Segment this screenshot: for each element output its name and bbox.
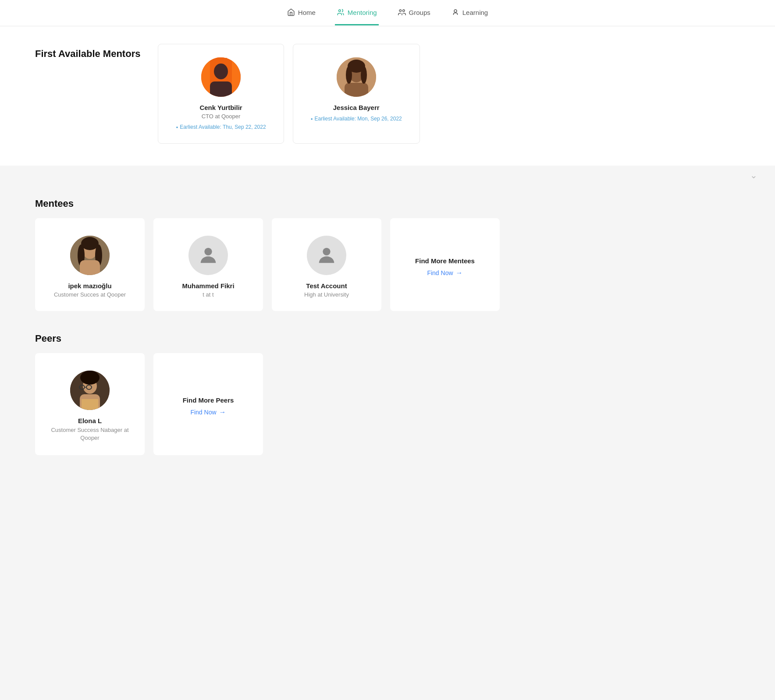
svg-point-13 [361, 66, 367, 84]
mentee-card-test[interactable]: Test Account High at University [272, 218, 381, 311]
arrow-right-peers-icon: → [219, 408, 226, 416]
find-more-mentees-title: Find More Mentees [415, 257, 475, 265]
peer-elona-role: Customer Success Nabager at Qooper [48, 426, 132, 442]
nav-learning[interactable]: Learning [450, 0, 490, 25]
svg-rect-7 [210, 81, 232, 97]
peer-avatar-elona [70, 371, 110, 410]
peer-elona-name: Elona L [48, 417, 132, 424]
find-more-peers-link[interactable]: Find Now → [190, 408, 226, 416]
find-now-peers-label: Find Now [190, 409, 216, 416]
peer-cards-container: Elona L Customer Success Nabager at Qoop… [35, 353, 740, 455]
mentor-avatar-jessica [337, 57, 376, 97]
mentee-cards-container: ipek mazıoğlu Customer Succes at Qooper … [35, 218, 740, 311]
nav-mentoring[interactable]: Mentoring [335, 0, 379, 25]
ipek-avatar-svg [70, 236, 110, 275]
mentee-avatar-muhammed [188, 236, 228, 275]
mentee-test-name: Test Account [285, 282, 368, 290]
svg-rect-10 [345, 83, 368, 97]
svg-rect-19 [80, 260, 100, 275]
svg-point-6 [214, 64, 228, 79]
mentor-avatar-cenk [201, 57, 241, 97]
svg-point-24 [80, 371, 100, 385]
nav-groups-label: Groups [409, 9, 430, 16]
find-more-peers-card[interactable]: Find More Peers Find Now → [153, 353, 263, 455]
peers-section: Peers Elona L Customer Success N [0, 329, 775, 481]
mentor-jessica-name: Jessica Bayerr [311, 104, 402, 111]
mentee-card-muhammed[interactable]: Muhammed Fikri t at t [153, 218, 263, 311]
person-placeholder-icon-2 [315, 244, 338, 267]
mentee-avatar-ipek [70, 236, 110, 275]
elona-avatar-svg [70, 371, 110, 410]
svg-point-12 [346, 66, 352, 84]
find-now-mentees-label: Find Now [427, 269, 453, 276]
mentors-section-title: First Available Mentors [35, 44, 140, 60]
svg-point-1 [402, 10, 405, 12]
mentees-section: Mentees ipek mazıoğlu Customer Succes at… [0, 185, 775, 329]
mentee-muhammed-name: Muhammed Fikri [167, 282, 250, 290]
svg-rect-29 [82, 399, 98, 410]
mentor-card-jessica[interactable]: Jessica Bayerr Earliest Available: Mon, … [293, 44, 420, 144]
mentee-test-role: High at University [285, 291, 368, 298]
mentee-ipek-role: Customer Succes at Qooper [48, 291, 132, 298]
mentoring-icon [337, 8, 345, 16]
chevron-down-icon: ⌄ [750, 170, 757, 180]
nav-home-label: Home [298, 9, 316, 16]
peer-card-elona[interactable]: Elona L Customer Success Nabager at Qoop… [35, 353, 145, 455]
svg-point-20 [204, 248, 212, 255]
person-placeholder-icon [197, 244, 220, 267]
mentee-avatar-test [307, 236, 346, 275]
svg-point-21 [323, 248, 330, 255]
mentor-jessica-availability: Earliest Available: Mon, Sep 26, 2022 [311, 116, 402, 122]
nav-groups[interactable]: Groups [396, 0, 432, 25]
mentees-section-title: Mentees [35, 198, 740, 209]
peers-section-title: Peers [35, 333, 740, 344]
mentor-cenk-role: CTO at Qooper [176, 113, 266, 120]
svg-point-2 [399, 10, 402, 12]
learning-icon [451, 8, 459, 16]
mentee-ipek-name: ipek mazıoğlu [48, 282, 132, 290]
nav-home[interactable]: Home [285, 0, 317, 25]
svg-point-0 [338, 10, 341, 12]
jessica-avatar-svg [337, 57, 376, 97]
mentor-card-cenk[interactable]: Cenk Yurtbilir CTO at Qooper Earliest Av… [158, 44, 284, 144]
mentor-cenk-availability: Earliest Available: Thu, Sep 22, 2022 [176, 124, 266, 130]
groups-icon [398, 8, 406, 16]
find-more-peers-title: Find More Peers [183, 396, 234, 404]
mentor-cards-container: Cenk Yurtbilir CTO at Qooper Earliest Av… [158, 44, 419, 144]
find-more-mentees-link[interactable]: Find Now → [427, 269, 462, 277]
navigation: Home Mentoring Groups [0, 0, 775, 26]
mentors-section: First Available Mentors Cenk Yurtbilir C… [0, 26, 775, 166]
svg-point-3 [454, 10, 457, 12]
nav-learning-label: Learning [462, 9, 488, 16]
chevron-area: ⌄ [0, 166, 775, 185]
mentor-cenk-name: Cenk Yurtbilir [176, 104, 266, 111]
cenk-avatar-svg [201, 57, 241, 97]
arrow-right-icon: → [456, 269, 463, 277]
nav-mentoring-label: Mentoring [348, 9, 377, 16]
home-icon [287, 8, 295, 16]
mentee-muhammed-role: t at t [167, 291, 250, 298]
find-more-mentees-card[interactable]: Find More Mentees Find Now → [390, 218, 500, 311]
mentee-card-ipek[interactable]: ipek mazıoğlu Customer Succes at Qooper [35, 218, 145, 311]
